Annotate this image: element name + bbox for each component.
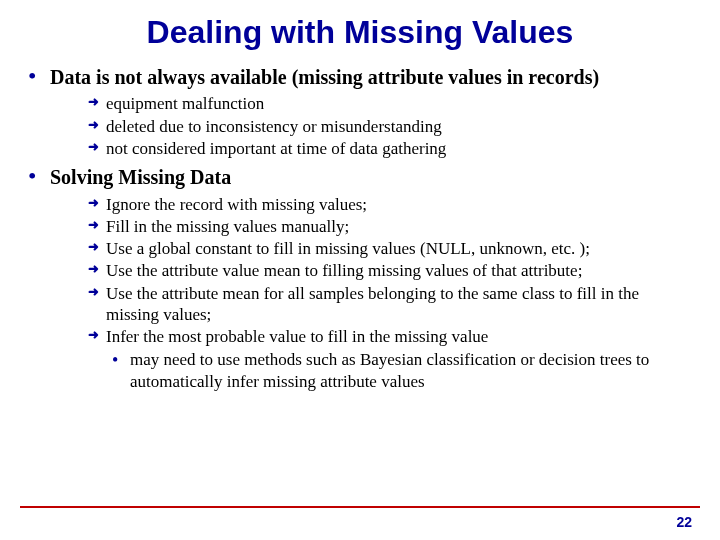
list-item: Fill in the missing values manually;	[50, 216, 692, 237]
list-item: Use a global constant to fill in missing…	[50, 238, 692, 259]
list-item: Use the attribute value mean to filling …	[50, 260, 692, 281]
footer-divider	[20, 506, 700, 508]
list-item: not considered important at time of data…	[50, 138, 692, 159]
l2-text: equipment malfunction	[106, 94, 264, 113]
l1-text: Data is not always available (missing at…	[50, 66, 599, 88]
bullet-list-level1: Data is not always available (missing at…	[10, 65, 692, 392]
list-item: may need to use methods such as Bayesian…	[106, 349, 692, 392]
l2-text: Fill in the missing values manually;	[106, 217, 349, 236]
l2-text: Use the attribute mean for all samples b…	[106, 284, 639, 324]
l2-text: Ignore the record with missing values;	[106, 195, 367, 214]
list-item: Ignore the record with missing values;	[50, 194, 692, 215]
list-item: Solving Missing Data Ignore the record w…	[10, 165, 692, 392]
list-item: equipment malfunction	[50, 93, 692, 114]
l1-text: Solving Missing Data	[50, 166, 231, 188]
list-item: Use the attribute mean for all samples b…	[50, 283, 692, 326]
l3-text: may need to use methods such as Bayesian…	[130, 350, 649, 390]
bullet-list-level3: may need to use methods such as Bayesian…	[106, 349, 692, 392]
l2-text: not considered important at time of data…	[106, 139, 446, 158]
slide-content: Data is not always available (missing at…	[0, 65, 720, 392]
list-item: Data is not always available (missing at…	[10, 65, 692, 159]
slide-title: Dealing with Missing Values	[0, 0, 720, 55]
list-item: deleted due to inconsistency or misunder…	[50, 116, 692, 137]
bullet-list-level2: equipment malfunction deleted due to inc…	[50, 93, 692, 159]
page-number: 22	[676, 514, 692, 530]
l2-text: Infer the most probable value to fill in…	[106, 327, 488, 346]
bullet-list-level2: Ignore the record with missing values; F…	[50, 194, 692, 392]
list-item: Infer the most probable value to fill in…	[50, 326, 692, 392]
l2-text: Use the attribute value mean to filling …	[106, 261, 582, 280]
l2-text: Use a global constant to fill in missing…	[106, 239, 590, 258]
l2-text: deleted due to inconsistency or misunder…	[106, 117, 442, 136]
slide: Dealing with Missing Values Data is not …	[0, 0, 720, 540]
